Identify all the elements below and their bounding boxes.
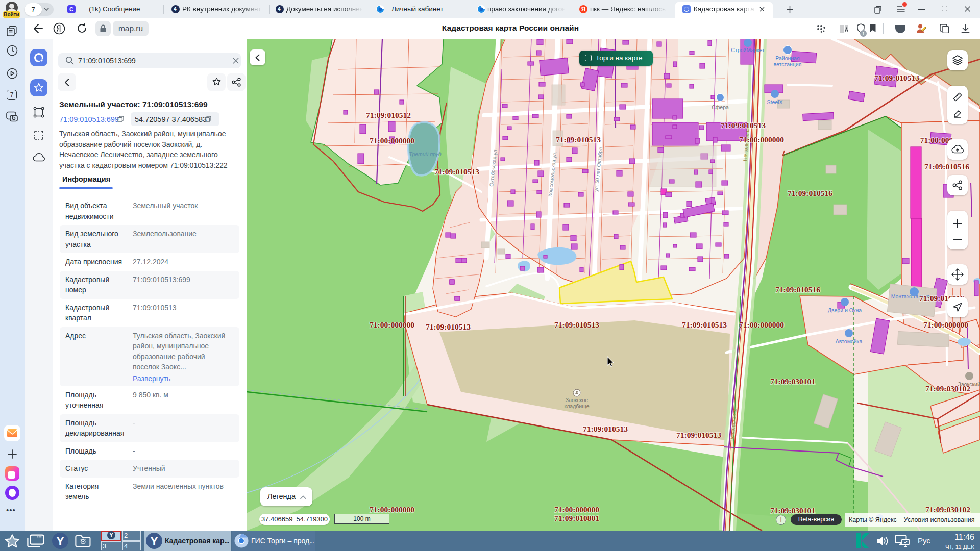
svg-text:71:09:030102: 71:09:030102 xyxy=(925,384,970,393)
svg-text:71:09:010513: 71:09:010513 xyxy=(434,167,479,176)
svg-text:71:00:000000: 71:00:000000 xyxy=(370,136,414,145)
svg-text:71:00:000000: 71:00:000000 xyxy=(739,320,784,329)
svg-text:Сфера: Сфера xyxy=(712,104,729,110)
svg-text:71:00:000000: 71:00:000000 xyxy=(923,320,968,329)
svg-text:ветстанция: ветстанция xyxy=(774,61,802,67)
svg-text:71:09:010513: 71:09:010513 xyxy=(874,73,919,82)
svg-text:71:09:010513: 71:09:010513 xyxy=(721,121,766,130)
svg-text:71:09:010801: 71:09:010801 xyxy=(554,514,599,522)
svg-text:кладбище: кладбище xyxy=(564,403,589,409)
svg-text:71:09:030101: 71:09:030101 xyxy=(770,377,815,386)
svg-text:71:09:010513: 71:09:010513 xyxy=(583,424,628,433)
svg-text:71:09:010513: 71:09:010513 xyxy=(426,322,471,331)
svg-text:71:00:000000: 71:00:000000 xyxy=(554,505,599,514)
svg-text:SteelX: SteelX xyxy=(767,99,783,105)
svg-text:71:09:010516: 71:09:010516 xyxy=(924,162,969,171)
svg-text:Автомойка: Автомойка xyxy=(836,338,863,344)
svg-text:71:09:010513: 71:09:010513 xyxy=(554,320,599,329)
svg-text:71:09:030101: 71:09:030101 xyxy=(770,506,815,515)
svg-text:71:00:000000: 71:00:000000 xyxy=(370,505,414,514)
svg-text:71:09:010516: 71:09:010516 xyxy=(775,285,820,294)
svg-text:71:09:010513: 71:09:010513 xyxy=(556,135,601,144)
svg-text:71:09:010513: 71:09:010513 xyxy=(676,431,721,439)
svg-text:71:09:010513: 71:09:010513 xyxy=(682,320,727,329)
svg-text:71:09:010516: 71:09:010516 xyxy=(788,189,832,197)
svg-text:71:00:000000: 71:00:000000 xyxy=(370,320,414,329)
svg-text:71:00:000000: 71:00:000000 xyxy=(739,135,784,144)
svg-text:71:09:030102: 71:09:030102 xyxy=(925,505,970,514)
svg-text:Заокское: Заокское xyxy=(566,397,589,403)
svg-text:Двери и Окна: Двери и Окна xyxy=(828,307,862,313)
svg-text:71:09:010512: 71:09:010512 xyxy=(366,111,411,119)
svg-text:СтройМаркет: СтройМаркет xyxy=(731,47,765,53)
svg-text:Районная: Районная xyxy=(775,55,799,61)
svg-text:Третий пруд: Третий пруд xyxy=(409,151,441,157)
